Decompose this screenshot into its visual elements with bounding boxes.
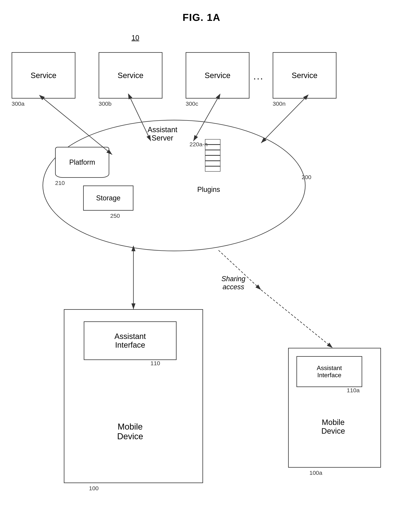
service-ref-1: 300a xyxy=(12,101,25,107)
service-box-2: Service xyxy=(99,52,162,99)
secondary-device-label-2: Device xyxy=(321,427,345,435)
system-ref-label: 10 xyxy=(131,34,139,42)
service-ref-3: 300c xyxy=(186,101,198,107)
main-interface-ref: 110 xyxy=(150,360,160,367)
secondary-mobile-device-box: Assistant Interface 110a Mobile Device xyxy=(288,348,381,468)
page-title: FIG. 1A xyxy=(0,0,403,23)
main-interface-label-2: Interface xyxy=(115,341,145,349)
plugin-row-3 xyxy=(205,150,221,155)
sharing-access-label: Sharing access xyxy=(221,267,245,291)
secondary-mobile-device-label: Mobile Device xyxy=(296,418,370,435)
main-assistant-interface-box: Assistant Interface xyxy=(84,321,176,360)
platform-shape: Platform xyxy=(55,147,109,178)
storage-label: Storage xyxy=(96,194,120,202)
platform-ref: 210 xyxy=(55,180,65,186)
svg-line-10 xyxy=(261,290,333,348)
service-ref-4: 300n xyxy=(273,101,286,107)
main-device-label-1: Mobile xyxy=(117,422,143,431)
sharing-access-text: Sharing access xyxy=(221,275,245,291)
secondary-interface-label-2: Interface xyxy=(317,372,342,379)
secondary-device-label-1: Mobile xyxy=(322,418,344,426)
plugins-label: Plugins xyxy=(197,185,220,194)
service-label-1: Service xyxy=(31,71,56,80)
main-interface-label-1: Assistant xyxy=(115,332,146,341)
platform-label: Platform xyxy=(69,158,95,166)
main-mobile-device-label: Mobile Device xyxy=(84,422,176,441)
service-label-2: Service xyxy=(117,71,143,80)
secondary-mobile-ref: 100a xyxy=(309,469,322,476)
storage-ref: 250 xyxy=(110,213,120,219)
assistant-server-ref: 200 xyxy=(302,174,311,180)
secondary-assistant-interface-box: Assistant Interface xyxy=(296,356,362,387)
main-mobile-ref: 100 xyxy=(89,485,99,492)
plugin-row-5 xyxy=(205,161,221,166)
service-label-3: Service xyxy=(205,71,230,80)
service-box-3: Service xyxy=(186,52,249,99)
service-label-4: Service xyxy=(292,71,317,80)
plugin-row-6 xyxy=(205,166,221,171)
secondary-interface-ref: 110a xyxy=(347,387,360,394)
service-ref-2: 300b xyxy=(99,101,111,107)
ellipsis-dots: ... xyxy=(253,70,264,82)
plugin-row-4 xyxy=(205,155,221,161)
secondary-interface-label-1: Assistant xyxy=(317,364,342,372)
assistant-server-line1: Assistant xyxy=(148,126,177,134)
assistant-server-label: Assistant Server xyxy=(133,126,191,142)
service-box-1: Service xyxy=(12,52,75,99)
main-mobile-device-box: Assistant Interface 110 Mobile Device xyxy=(64,309,203,483)
main-device-label-2: Device xyxy=(117,431,143,441)
storage-box: Storage xyxy=(83,185,133,211)
service-box-4: Service xyxy=(273,52,337,99)
plugins-ref: 220a-n xyxy=(189,141,208,148)
assistant-server-line2: Server xyxy=(152,134,173,142)
